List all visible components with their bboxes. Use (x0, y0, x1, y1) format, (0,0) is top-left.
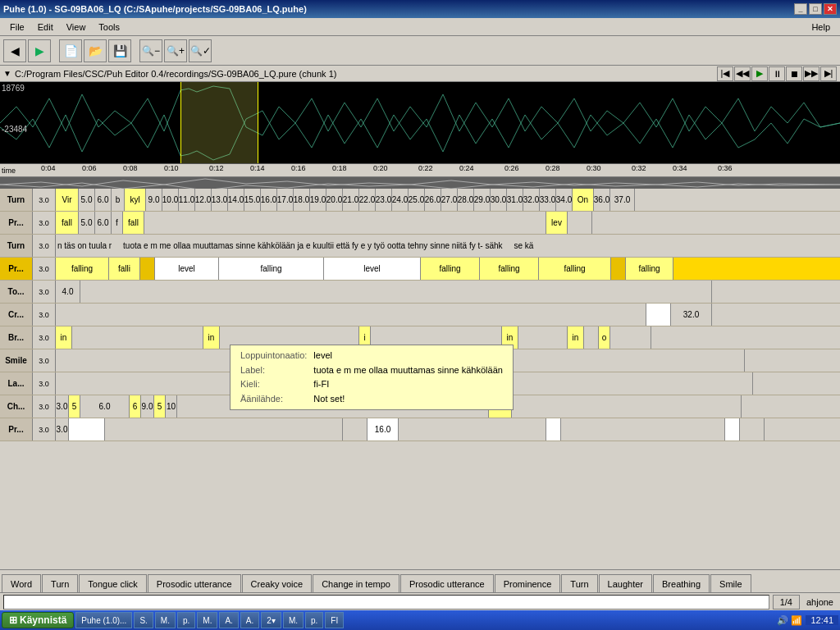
seg-pr3-6[interactable] (546, 418, 561, 441)
to-content[interactable]: 4.0 (56, 281, 840, 303)
seg-b[interactable]: b (112, 189, 125, 211)
menu-help[interactable]: Help (805, 21, 837, 34)
seg-falling4[interactable]: falling (480, 258, 539, 280)
tab-prosodic-1[interactable]: Prosodic utterance (148, 574, 241, 592)
open-button[interactable]: 📂 (84, 39, 107, 62)
bottom-tabs: Word Turn Tongue click Prosodic utteranc… (0, 569, 840, 592)
taskbar-p2[interactable]: p. (305, 612, 323, 628)
seg-10: 10.0 (162, 189, 179, 211)
tooltip-key-3: Kieli: (237, 377, 310, 392)
start-label: Käynnistä (20, 614, 66, 626)
seg-br6 (610, 326, 651, 349)
tab-breathing[interactable]: Breathing (653, 574, 710, 592)
seg-o1[interactable]: o (599, 326, 610, 349)
pr-content-2[interactable]: falling falli level falling level fallin… (56, 258, 840, 280)
close-button[interactable]: ✕ (824, 3, 837, 15)
zoom-fit-button[interactable]: 🔍✓ (189, 39, 212, 62)
seg-level2[interactable]: level (324, 258, 421, 280)
seg-f[interactable]: f (112, 212, 123, 234)
transport-play[interactable]: ▶ (751, 66, 768, 81)
seg-cr2[interactable] (646, 304, 671, 326)
turn-content-1[interactable]: Vir 5.0 6.0 b kyl 9.0 10.0 11.0 12.0 13.… (56, 189, 840, 211)
turn-content-2[interactable]: n täs on tuula r tuota e m me ollaa muut… (56, 235, 840, 257)
taskbar-fi[interactable]: FI (325, 612, 344, 628)
new-button[interactable]: 📄 (59, 39, 82, 62)
seg-in1[interactable]: in (56, 326, 72, 349)
transport-stop[interactable]: ⏹ (786, 66, 802, 81)
cr-content[interactable]: 32.0 (56, 304, 840, 326)
tab-turn-2[interactable]: Turn (561, 574, 597, 592)
taskbar-a1[interactable]: A. (219, 612, 238, 628)
seg-pr3-8[interactable] (725, 418, 740, 441)
time-ruler: time 0:04 0:06 0:08 0:10 0:12 0:14 0:16 … (0, 164, 840, 177)
taskbar-s[interactable]: S. (134, 612, 153, 628)
back-button[interactable]: ◀ (3, 39, 26, 62)
zoom-in-button[interactable]: 🔍+ (164, 39, 187, 62)
seg-ch-s2[interactable]: 6 (130, 395, 141, 418)
seg-falling3[interactable]: falling (421, 258, 480, 280)
status-page: 1/4 (773, 595, 800, 609)
seg-ch-s1[interactable]: 5 (69, 395, 80, 418)
turn-num-1: 3.0 (33, 189, 56, 211)
menu-edit[interactable]: Edit (31, 21, 60, 34)
taskbar-p1[interactable]: p. (177, 612, 195, 628)
tab-prosodic-2[interactable]: Prosodic utterance (400, 574, 494, 592)
save-button[interactable]: 💾 (108, 39, 131, 62)
seg-pr3-1[interactable] (69, 418, 105, 441)
transport-start[interactable]: |◀ (717, 66, 733, 81)
seg-25: 25.0 (409, 189, 425, 211)
menu-tools[interactable]: Tools (92, 21, 126, 34)
seg-level1[interactable]: level (155, 258, 219, 280)
tab-laughter[interactable]: Laughter (599, 574, 652, 592)
waveform-area[interactable]: 18769 -23484 (0, 82, 840, 164)
tab-word[interactable]: Word (2, 574, 41, 592)
tab-creaky[interactable]: Creaky voice (242, 574, 313, 592)
seg-cr1 (56, 304, 646, 326)
seg-on[interactable]: On (573, 189, 594, 211)
tab-prominence[interactable]: Prominence (495, 574, 561, 592)
seg-falling5[interactable]: falling (539, 258, 611, 280)
tab-change-tempo[interactable]: Change in tempo (313, 574, 399, 592)
pr-content-1[interactable]: fall 5.0 6.0 f fall lev (56, 212, 840, 234)
windows-logo: ⊞ (9, 614, 17, 626)
transport-end[interactable]: ▶| (820, 66, 837, 81)
transport-prev[interactable]: ◀◀ (734, 66, 751, 81)
minimize-button[interactable]: _ (794, 3, 807, 15)
seg-fall2[interactable]: fall (123, 212, 144, 234)
menu-file[interactable]: File (3, 21, 31, 34)
pr-label-3: Pr... (0, 418, 33, 441)
tab-smile[interactable]: Smile (710, 574, 751, 592)
seg-falli[interactable]: falli (109, 258, 140, 280)
tab-tongue-click[interactable]: Tongue click (79, 574, 147, 592)
menu-view[interactable]: View (60, 21, 93, 34)
seg-falling6[interactable]: falling (626, 258, 673, 280)
maximize-button[interactable]: □ (809, 3, 822, 15)
menubar: File Edit View Tools Help (0, 18, 840, 36)
seg-vir[interactable]: Vir (56, 189, 79, 211)
seg-lev[interactable]: lev (546, 212, 568, 234)
seg-falling2[interactable]: falling (219, 258, 324, 280)
seg-fall[interactable]: fall (56, 212, 79, 234)
seg-pr3-2 (105, 418, 343, 441)
taskbar-m3[interactable]: M. (283, 612, 304, 628)
seg-pr3-4[interactable]: 16.0 (368, 418, 399, 441)
pr-content-3[interactable]: 3.0 16.0 (56, 418, 840, 441)
taskbar-m1[interactable]: M. (155, 612, 176, 628)
start-button[interactable]: ⊞ Käynnistä (2, 612, 74, 628)
status-search-input[interactable] (3, 595, 769, 609)
taskbar-m2[interactable]: M. (197, 612, 217, 628)
forward-button[interactable]: ▶ (28, 39, 51, 62)
seg-in4[interactable]: in (568, 326, 584, 349)
transport-pause[interactable]: ⏸ (769, 66, 785, 81)
to-label: To... (0, 281, 33, 303)
seg-falling1[interactable]: falling (56, 258, 109, 280)
taskbar-2[interactable]: 2▾ (261, 612, 281, 628)
seg-in2[interactable]: in (203, 326, 220, 349)
seg-kyl[interactable]: kyl (125, 189, 146, 211)
taskbar-a2[interactable]: A. (240, 612, 259, 628)
tab-turn-1[interactable]: Turn (42, 574, 78, 592)
seg-ch-s3[interactable]: 5 (154, 395, 166, 418)
transport-next[interactable]: ▶▶ (803, 66, 819, 81)
taskbar-puhe[interactable]: Puhe (1.0)... (75, 612, 132, 628)
zoom-out-button[interactable]: 🔍− (139, 39, 162, 62)
